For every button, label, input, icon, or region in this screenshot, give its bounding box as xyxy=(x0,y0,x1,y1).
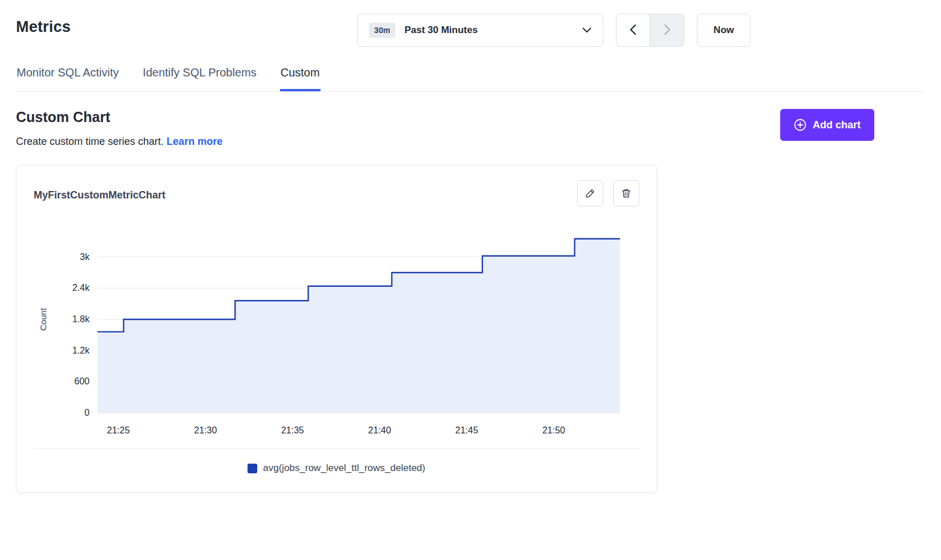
custom-metric-chart-card: MyFirstCustomMetricChart 06001.2k1.8k2.4… xyxy=(16,165,657,493)
trash-icon xyxy=(620,188,632,199)
chart-title: MyFirstCustomMetricChart xyxy=(34,189,165,201)
chart-card-header: MyFirstCustomMetricChart xyxy=(34,180,639,206)
svg-text:1.2k: 1.2k xyxy=(72,346,90,355)
time-range-picker[interactable]: 30m Past 30 Minutes xyxy=(357,14,603,47)
chevron-down-icon xyxy=(582,27,591,33)
page-title: Metrics xyxy=(16,18,71,36)
section-description: Create custom time series chart. Learn m… xyxy=(16,136,222,148)
legend-divider xyxy=(34,448,639,449)
tab-monitor-sql-activity[interactable]: Monitor SQL Activity xyxy=(16,66,119,91)
svg-text:3k: 3k xyxy=(80,252,90,262)
svg-text:21:45: 21:45 xyxy=(455,425,478,435)
edit-chart-button[interactable] xyxy=(577,180,603,206)
legend-label[interactable]: avg(jobs_row_level_ttl_rows_deleted) xyxy=(263,462,425,474)
chart-card-actions xyxy=(577,180,639,206)
chart-plot-area: 06001.2k1.8k2.4k3k21:2521:3021:3521:4021… xyxy=(34,217,639,445)
now-button[interactable]: Now xyxy=(697,14,751,47)
svg-text:0: 0 xyxy=(84,408,90,417)
section-description-text: Create custom time series chart. xyxy=(16,136,164,147)
custom-chart-canvas: 06001.2k1.8k2.4k3k21:2521:3021:3521:4021… xyxy=(34,217,627,445)
svg-text:Count: Count xyxy=(38,307,48,331)
time-pager xyxy=(616,14,684,47)
svg-text:1.8k: 1.8k xyxy=(72,314,90,324)
metrics-page: Metrics 30m Past 30 Minutes xyxy=(0,0,941,560)
tab-custom[interactable]: Custom xyxy=(280,66,321,91)
svg-text:600: 600 xyxy=(74,376,90,386)
legend-swatch xyxy=(248,464,257,473)
chart-legend: avg(jobs_row_level_ttl_rows_deleted) xyxy=(34,462,639,474)
tab-bar: Monitor SQL Activity Identify SQL Proble… xyxy=(16,66,925,92)
time-range-label: Past 30 Minutes xyxy=(404,25,478,36)
add-chart-button[interactable]: Add chart xyxy=(780,109,874,141)
plus-circle-icon xyxy=(794,119,806,131)
time-controls: 30m Past 30 Minutes Now xyxy=(357,14,751,47)
svg-text:21:40: 21:40 xyxy=(368,425,391,435)
svg-text:2.4k: 2.4k xyxy=(72,283,90,293)
add-chart-button-label: Add chart xyxy=(813,119,861,131)
custom-chart-section-text: Custom Chart Create custom time series c… xyxy=(16,109,222,148)
svg-text:21:30: 21:30 xyxy=(194,425,217,435)
section-title: Custom Chart xyxy=(16,109,222,125)
tab-identify-sql-problems[interactable]: Identify SQL Problems xyxy=(142,66,257,91)
time-prev-button[interactable] xyxy=(616,14,650,47)
chevron-right-icon xyxy=(664,24,671,37)
page-header: Metrics 30m Past 30 Minutes xyxy=(16,14,925,47)
custom-chart-section-header: Custom Chart Create custom time series c… xyxy=(16,109,874,148)
svg-text:21:35: 21:35 xyxy=(281,425,304,435)
svg-text:21:25: 21:25 xyxy=(107,425,130,435)
chevron-left-icon xyxy=(630,24,636,37)
time-range-badge: 30m xyxy=(369,23,395,38)
svg-text:21:50: 21:50 xyxy=(542,425,565,435)
delete-chart-button[interactable] xyxy=(613,180,639,206)
time-next-button[interactable] xyxy=(650,14,684,47)
pencil-icon xyxy=(585,188,596,199)
learn-more-link[interactable]: Learn more xyxy=(167,136,222,147)
